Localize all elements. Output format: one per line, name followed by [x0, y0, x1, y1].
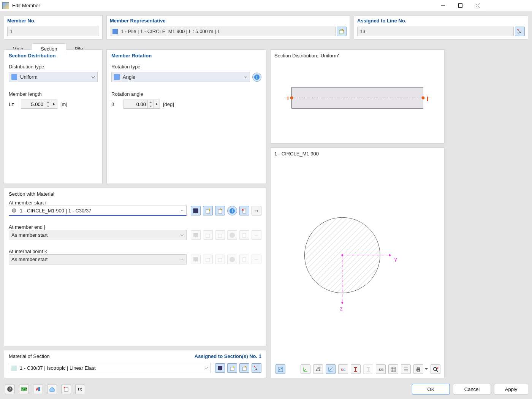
member-length-input[interactable] [21, 100, 57, 109]
member-end-label: At member end j [9, 224, 261, 230]
chevron-down-icon [91, 76, 95, 78]
library-button[interactable] [191, 206, 201, 215]
internal-point-label: At internal point k [9, 249, 261, 254]
edit-section-button [215, 230, 225, 240]
library-button [191, 255, 201, 264]
remove-section-button[interactable] [239, 206, 249, 215]
edit-representative-button[interactable] [337, 27, 347, 36]
print-button[interactable] [413, 364, 423, 365]
spin-buttons[interactable] [45, 100, 51, 108]
rotation-type-select[interactable]: Angle [111, 72, 250, 82]
svg-text:z: z [340, 306, 343, 312]
pick-material-button[interactable] [252, 363, 261, 365]
chevron-down-icon [180, 234, 184, 236]
member-start-label: At member start i [9, 200, 261, 206]
new-material-button[interactable] [227, 363, 237, 365]
rotation-type-label: Rotation type [111, 64, 261, 70]
maximize-button[interactable] [451, 0, 469, 11]
info-button[interactable]: i [227, 206, 237, 215]
svg-text:i: i [287, 95, 289, 101]
svg-rect-15 [218, 258, 222, 262]
material-of-section-title: Material of Section [9, 353, 50, 359]
spin-buttons[interactable] [147, 100, 154, 108]
internal-point-select[interactable]: As member start [9, 254, 187, 264]
i-section-button[interactable] [351, 364, 361, 365]
dimension-button[interactable]: 100 [313, 364, 323, 365]
i-section-gray-button [363, 364, 373, 365]
circle-section-diagram: y z [274, 159, 440, 359]
remove-section-button [239, 230, 249, 240]
member-rotation-title: Member Rotation [111, 53, 261, 59]
expand-button[interactable] [51, 100, 57, 108]
distribution-color-swatch [11, 74, 17, 80]
svg-text:y: y [394, 256, 397, 262]
section-preview-title: 1 - CIRCLE_M1 900 [274, 151, 440, 157]
section-with-material-title: Section with Material [9, 191, 261, 197]
member-end-select[interactable]: As member start [9, 230, 187, 240]
svg-point-12 [230, 233, 235, 238]
rotation-angle-input[interactable] [124, 100, 160, 109]
close-button[interactable] [469, 0, 486, 11]
list-button[interactable] [401, 364, 411, 365]
new-section-button[interactable] [203, 206, 213, 215]
svg-rect-6 [218, 210, 222, 213]
member-no-field: 1 [7, 27, 99, 36]
find-button[interactable] [431, 364, 440, 365]
angle-unit: [deg] [163, 101, 174, 107]
distribution-type-label: Distribution type [9, 64, 98, 70]
info-button [227, 255, 237, 264]
length-symbol: Lz [9, 101, 19, 107]
expand-button[interactable] [154, 100, 160, 108]
shear-center-button[interactable]: SC [338, 364, 348, 365]
member-no-label: Member No. [4, 16, 102, 27]
assigned-to-section-label: Assigned to Section(s) No. 1 [195, 353, 261, 359]
svg-text:j: j [426, 95, 428, 101]
edit-material-button[interactable] [239, 363, 249, 365]
distribution-preview: Section Distribution: 'Uniform' i j [270, 49, 445, 144]
app-icon [2, 2, 9, 9]
beam-diagram: i j [277, 50, 438, 136]
angle-symbol: β [111, 101, 121, 107]
member-representative-label: Member Representative [107, 16, 350, 27]
rotation-color-swatch [114, 74, 120, 80]
edit-section-button [215, 255, 225, 264]
minimize-button[interactable] [434, 0, 451, 11]
svg-point-22 [290, 97, 293, 100]
flip-button [252, 230, 261, 240]
member-representative-field: 1 - Pile | 1 - CIRCLE_M1 900 | L : 5.000… [110, 27, 336, 36]
tab-section[interactable]: Section [32, 43, 66, 54]
length-unit: [m] [60, 101, 67, 107]
section-preview: 1 - CIRCLE_M1 900 y z [270, 147, 445, 365]
chevron-down-icon [180, 258, 184, 261]
info-button [227, 230, 237, 240]
svg-point-4 [12, 209, 16, 212]
svg-point-30 [341, 254, 343, 256]
svg-point-16 [230, 257, 235, 262]
chevron-down-icon [244, 76, 247, 78]
svg-text:i: i [256, 75, 257, 79]
svg-rect-10 [206, 234, 210, 238]
flip-button[interactable] [252, 206, 261, 215]
distribution-type-select[interactable]: Uniform [9, 72, 98, 82]
svg-text:i: i [231, 209, 233, 213]
remove-section-button [239, 255, 249, 264]
assigned-line-label: Assigned to Line No. [354, 16, 486, 27]
numbering-button[interactable]: 123 [376, 364, 386, 365]
member-start-select[interactable]: 1 - CIRCLE_M1 900 | 1 - C30/37 [9, 206, 187, 216]
assigned-line-field: 13 [357, 27, 486, 36]
svg-rect-0 [458, 4, 462, 8]
svg-rect-17 [243, 258, 246, 262]
member-length-label: Member length [9, 91, 98, 97]
flip-button [252, 255, 261, 264]
library-button [191, 230, 201, 240]
graphics-toggle-button[interactable] [276, 364, 285, 365]
axes-button[interactable] [301, 364, 310, 365]
grid-button[interactable] [388, 364, 398, 365]
local-axes-button[interactable] [326, 364, 336, 365]
info-button[interactable]: i [252, 73, 261, 82]
svg-rect-11 [218, 234, 222, 238]
material-library-button[interactable] [215, 363, 225, 365]
representative-color-swatch [112, 29, 118, 34]
edit-section-button[interactable] [215, 206, 225, 215]
material-select[interactable]: 1 - C30/37 | Isotropic | Linear Elastic [9, 363, 211, 365]
